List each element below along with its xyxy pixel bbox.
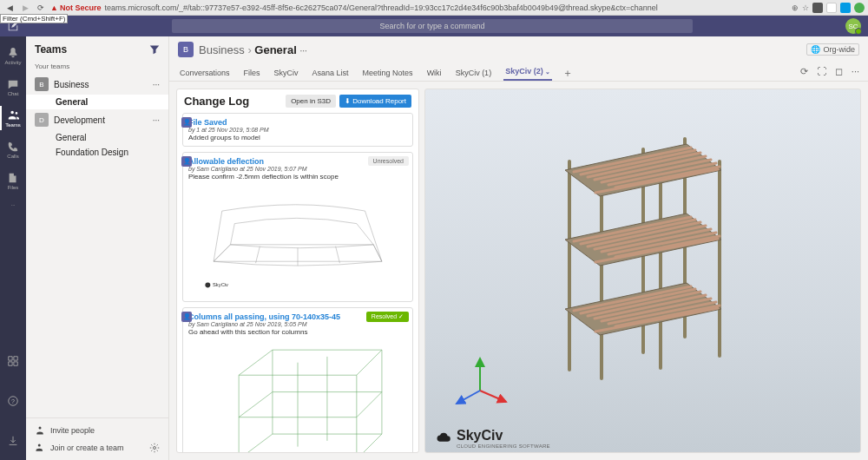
deflection-diagram: ⬤ SkyCiv (188, 184, 407, 297)
back-icon[interactable]: ◀ (3, 2, 16, 14)
entry-desc: Added groups to model (188, 134, 407, 141)
brand-tagline: CLOUD ENGINEERING SOFTWARE (457, 444, 550, 449)
rail-calls[interactable]: Calls (0, 134, 26, 165)
team-business[interactable]: B Business ··· (26, 74, 168, 95)
svg-line-34 (457, 391, 480, 404)
team-name: Development (54, 115, 105, 125)
tab-refresh-icon[interactable]: ⟳ (800, 66, 808, 77)
teams-add-icon (35, 443, 45, 453)
address-bar[interactable]: teams.microsoft.com/_#/tab::97737e57-e39… (104, 3, 788, 12)
user-avatar[interactable]: SC (845, 18, 861, 34)
changelog-entry[interactable]: 👤 Resolved ✓ Columns all passing, using … (182, 307, 413, 452)
team-avatar: D (35, 113, 49, 127)
tab-conversations[interactable]: Conversations (178, 69, 232, 81)
svg-text:?: ? (11, 398, 15, 404)
ext-icon[interactable] (854, 3, 865, 13)
command-bar: Search for or type a command SC (0, 16, 868, 36)
entry-meta: by 1 at 25 Nov 2019, 5:08 PM (188, 127, 407, 133)
user-icon: 👤 (181, 156, 192, 167)
translate-icon[interactable]: ⊕ (792, 3, 799, 12)
rail-more[interactable]: ··· (0, 196, 26, 214)
tab-wiki[interactable]: Wiki (425, 69, 444, 81)
brand-text: SkyCiv (457, 428, 503, 443)
apps-icon (7, 355, 19, 367)
team-development[interactable]: D Development ··· (26, 109, 168, 130)
gear-icon[interactable] (149, 443, 160, 453)
chat-icon (7, 78, 19, 90)
help-icon: ? (7, 395, 19, 407)
tab-asana[interactable]: Asana List (311, 69, 351, 81)
rail-label: Files (8, 185, 19, 190)
browser-chrome: ◀ ▶ ⟳ ▲ Not Secure teams.microsoft.com/_… (0, 0, 868, 16)
download-icon: ⬇ (345, 97, 352, 105)
team-avatar: B (35, 77, 49, 91)
rail-label: Activity (4, 60, 21, 65)
crumb-channel[interactable]: General (254, 43, 296, 56)
rail-activity[interactable]: Activity (0, 40, 26, 71)
reload-icon[interactable]: ⟳ (35, 2, 47, 14)
rail-download[interactable] (0, 425, 26, 457)
main-content: B Business › General ··· 🌐 Org-wide Conv… (169, 36, 868, 460)
crumb-team[interactable]: Business (199, 43, 245, 56)
channel-general-dev[interactable]: General (26, 130, 168, 145)
download-report-button[interactable]: ⬇ Download Report (339, 95, 411, 108)
org-label: Org-wide (823, 45, 855, 54)
not-secure-badge: ▲ Not Secure (50, 3, 101, 12)
svg-line-3 (214, 211, 222, 261)
rail-label: Chat (8, 91, 19, 96)
tab-skyciv[interactable]: SkyCiv (273, 69, 300, 81)
rail-chat[interactable]: Chat (0, 71, 26, 102)
entry-desc: Please confirm -2.5mm deflection is with… (188, 173, 407, 181)
rail-teams[interactable]: Teams (0, 102, 26, 134)
command-search[interactable]: Search for or type a command (172, 19, 693, 33)
breadcrumb: Business › General ··· (199, 43, 307, 56)
team-name: Business (54, 80, 89, 89)
rail-apps[interactable] (0, 345, 26, 377)
more-icon[interactable]: ··· (153, 80, 160, 89)
warning-icon: ▲ (50, 3, 58, 12)
channel-header: B Business › General ··· 🌐 Org-wide (169, 36, 868, 62)
person-add-icon (35, 425, 45, 436)
tab-skyciv-2[interactable]: SkyCiv (2)⌄ (503, 67, 552, 81)
rail-files[interactable]: Files (0, 165, 26, 196)
extensions (812, 3, 865, 13)
columns-diagram (188, 339, 407, 452)
more-icon[interactable]: ··· (153, 115, 160, 125)
ext-icon[interactable] (840, 3, 851, 13)
add-tab-button[interactable]: ＋ (562, 66, 573, 81)
filter-icon[interactable] (149, 44, 160, 55)
svg-line-9 (336, 246, 340, 263)
expand-icon[interactable]: ⛶ (817, 66, 826, 77)
rail-label: Calls (7, 154, 18, 159)
tab-files[interactable]: Files (242, 69, 262, 81)
changelog-entry[interactable]: 👤 File Saved by 1 at 25 Nov 2019, 5:08 P… (182, 113, 413, 147)
ext-icon[interactable] (812, 3, 823, 13)
forward-icon[interactable]: ▶ (19, 2, 31, 14)
channel-general[interactable]: General (26, 95, 168, 109)
popout-icon[interactable]: ◻ (835, 66, 843, 77)
teams-panel: Teams Your teams B Business ··· General … (26, 36, 169, 460)
svg-line-5 (230, 224, 234, 245)
ext-icon[interactable] (826, 3, 837, 13)
invite-people[interactable]: Invite people (26, 422, 168, 439)
cloud-icon (434, 429, 453, 448)
3d-viewer[interactable]: SkyCiv CLOUD ENGINEERING SOFTWARE (424, 89, 861, 453)
tab-meeting-notes[interactable]: Meeting Notes (361, 69, 415, 81)
star-icon[interactable]: ☆ (802, 3, 809, 12)
tab-skyciv-1[interactable]: SkyCiv (1) (454, 69, 494, 81)
channel-foundation[interactable]: Foundation Design (26, 145, 168, 160)
rail-help[interactable]: ? (0, 385, 26, 417)
open-in-s3d-button[interactable]: Open in S3D (286, 95, 336, 108)
invite-label: Invite people (50, 426, 95, 435)
download-icon (7, 435, 19, 447)
svg-line-4 (365, 211, 382, 261)
rail-label: Teams (5, 122, 21, 128)
join-create-team[interactable]: Join or create a team (26, 439, 168, 457)
teams-icon (7, 109, 19, 122)
changelog-panel: Change Log Open in S3D ⬇ Download Report… (176, 89, 419, 453)
tab-more-icon[interactable]: ··· (852, 66, 859, 77)
changelog-entry[interactable]: 👤 Unresolved Allowable deflection by Sam… (182, 152, 413, 302)
bell-icon (7, 47, 19, 59)
entry-meta: by Sam Carigliano at 25 Nov 2019, 5:05 P… (188, 321, 407, 327)
org-wide-badge[interactable]: 🌐 Org-wide (806, 43, 859, 56)
